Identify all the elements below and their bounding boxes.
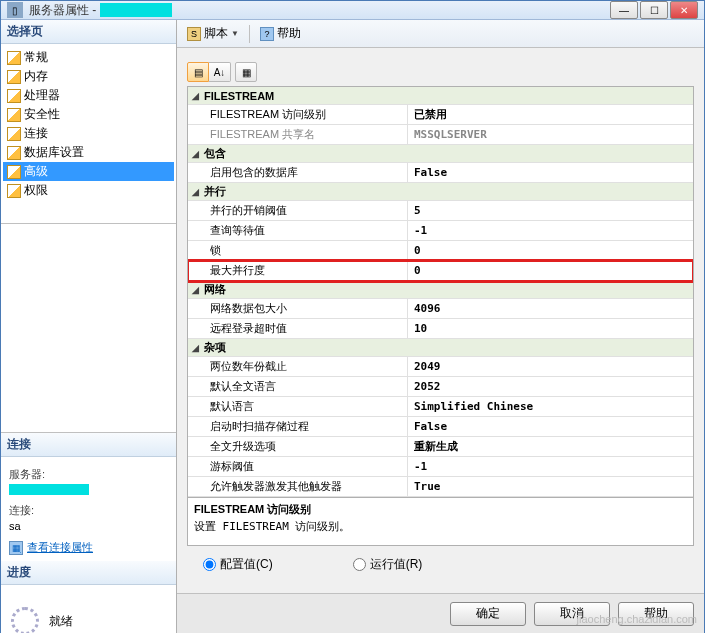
help-icon: ? xyxy=(260,27,274,41)
prop-value[interactable]: MSSQLSERVER xyxy=(408,125,693,144)
prop-value[interactable]: 10 xyxy=(408,319,693,338)
page-icon xyxy=(7,108,21,122)
categorize-button[interactable]: ▤ xyxy=(187,62,209,82)
sidebar-item-label: 常规 xyxy=(24,49,48,66)
grid-category[interactable]: ◢网络 xyxy=(188,281,693,299)
main: S 脚本 ▼ ? 帮助 ▤ A↓ ▦ xyxy=(177,20,704,633)
script-button[interactable]: S 脚本 ▼ xyxy=(183,23,243,44)
grid-row[interactable]: 锁0 xyxy=(188,241,693,261)
running-radio[interactable]: 运行值(R) xyxy=(353,556,423,573)
window-controls: — ☐ ✕ xyxy=(610,1,698,19)
cancel-button[interactable]: 取消 xyxy=(534,602,610,626)
grid-category[interactable]: ◢杂项 xyxy=(188,339,693,357)
conn-label: 连接: xyxy=(9,503,168,518)
prop-name: 远程登录超时值 xyxy=(188,319,408,338)
prop-name: 锁 xyxy=(188,241,408,260)
gear-icon xyxy=(11,607,39,633)
grid-row[interactable]: 默认语言Simplified Chinese xyxy=(188,397,693,417)
prop-value[interactable]: 0 xyxy=(408,261,693,280)
select-page-header: 选择页 xyxy=(1,20,176,44)
property-pages-button[interactable]: ▦ xyxy=(235,62,257,82)
help-footer-button[interactable]: 帮助 xyxy=(618,602,694,626)
prop-value[interactable]: 2052 xyxy=(408,377,693,396)
category-label: 包含 xyxy=(204,146,226,161)
body: 选择页 常规 内存 处理器 安全性 连接 数据库设置 高级 权限 连接 服务器:… xyxy=(1,20,704,633)
sidebar-item-connections[interactable]: 连接 xyxy=(3,124,174,143)
prop-name: 全文升级选项 xyxy=(188,437,408,456)
sidebar-item-advanced[interactable]: 高级 xyxy=(3,162,174,181)
sidebar-item-memory[interactable]: 内存 xyxy=(3,67,174,86)
prop-value[interactable]: 5 xyxy=(408,201,693,220)
prop-name: 启动时扫描存储过程 xyxy=(188,417,408,436)
description-text: 设置 FILESTREAM 访问级别。 xyxy=(194,519,687,534)
prop-value[interactable]: 2049 xyxy=(408,357,693,376)
help-button[interactable]: ? 帮助 xyxy=(256,23,305,44)
collapse-icon: ◢ xyxy=(190,148,201,159)
grid-row[interactable]: 两位数年份截止2049 xyxy=(188,357,693,377)
grid-row[interactable]: 查询等待值-1 xyxy=(188,221,693,241)
window: ▯ 服务器属性 - XXXXXXXXX — ☐ ✕ 选择页 常规 内存 处理器 … xyxy=(0,0,705,633)
grid-row[interactable]: 并行的开销阈值5 xyxy=(188,201,693,221)
connection-header: 连接 xyxy=(1,433,176,457)
view-connection-link[interactable]: ▦ 查看连接属性 xyxy=(9,540,168,555)
grid-category[interactable]: ◢并行 xyxy=(188,183,693,201)
sidebar-item-processors[interactable]: 处理器 xyxy=(3,86,174,105)
progress-status: 就绪 xyxy=(49,613,73,630)
sidebar-item-label: 数据库设置 xyxy=(24,144,84,161)
grid-row[interactable]: 游标阈值-1 xyxy=(188,457,693,477)
sidebar-item-security[interactable]: 安全性 xyxy=(3,105,174,124)
grid-row[interactable]: 最大并行度0 xyxy=(188,261,693,281)
prop-value[interactable]: 0 xyxy=(408,241,693,260)
grid-row[interactable]: FILESTREAM 访问级别已禁用 xyxy=(188,105,693,125)
alphabetical-button[interactable]: A↓ xyxy=(209,62,231,82)
sidebar-item-general[interactable]: 常规 xyxy=(3,48,174,67)
prop-value[interactable]: 已禁用 xyxy=(408,105,693,124)
grid-row[interactable]: 全文升级选项重新生成 xyxy=(188,437,693,457)
prop-value[interactable]: 重新生成 xyxy=(408,437,693,456)
prop-name: FILESTREAM 访问级别 xyxy=(188,105,408,124)
progress-body: 就绪 xyxy=(1,585,176,633)
sidebar-item-label: 安全性 xyxy=(24,106,60,123)
description-box: FILESTREAM 访问级别 设置 FILESTREAM 访问级别。 xyxy=(187,498,694,546)
grid-row[interactable]: FILESTREAM 共享名MSSQLSERVER xyxy=(188,125,693,145)
grid-row[interactable]: 默认全文语言2052 xyxy=(188,377,693,397)
sidebar-item-label: 高级 xyxy=(24,163,48,180)
maximize-button[interactable]: ☐ xyxy=(640,1,668,19)
connection-body: 服务器: 连接: sa ▦ 查看连接属性 xyxy=(1,457,176,561)
progress-header: 进度 xyxy=(1,561,176,585)
titlebar[interactable]: ▯ 服务器属性 - XXXXXXXXX — ☐ ✕ xyxy=(1,1,704,20)
app-icon: ▯ xyxy=(7,2,23,18)
prop-value[interactable]: -1 xyxy=(408,457,693,476)
prop-value[interactable]: 4096 xyxy=(408,299,693,318)
property-grid[interactable]: ◢FILESTREAMFILESTREAM 访问级别已禁用FILESTREAM … xyxy=(187,86,694,498)
ok-button[interactable]: 确定 xyxy=(450,602,526,626)
prop-value[interactable]: -1 xyxy=(408,221,693,240)
grid-category[interactable]: ◢包含 xyxy=(188,145,693,163)
configured-radio[interactable]: 配置值(C) xyxy=(203,556,273,573)
grid-row[interactable]: 启用包含的数据库False xyxy=(188,163,693,183)
conn-value: sa xyxy=(9,520,168,532)
prop-value[interactable]: True xyxy=(408,477,693,496)
grid-row[interactable]: 网络数据包大小4096 xyxy=(188,299,693,319)
page-icon xyxy=(7,70,21,84)
sidebar-item-dbsettings[interactable]: 数据库设置 xyxy=(3,143,174,162)
footer: 确定 取消 帮助 xyxy=(177,593,704,633)
prop-name: 并行的开销阈值 xyxy=(188,201,408,220)
prop-value[interactable]: False xyxy=(408,417,693,436)
prop-value[interactable]: False xyxy=(408,163,693,182)
grid-category[interactable]: ◢FILESTREAM xyxy=(188,87,693,105)
close-button[interactable]: ✕ xyxy=(670,1,698,19)
minimize-button[interactable]: — xyxy=(610,1,638,19)
page-icon xyxy=(7,89,21,103)
grid-row[interactable]: 允许触发器激发其他触发器True xyxy=(188,477,693,497)
sidebar-item-permissions[interactable]: 权限 xyxy=(3,181,174,200)
prop-value[interactable]: Simplified Chinese xyxy=(408,397,693,416)
server-label: 服务器: xyxy=(9,467,168,482)
sidebar-item-label: 连接 xyxy=(24,125,48,142)
page-icon xyxy=(7,51,21,65)
radio-row: 配置值(C) 运行值(R) xyxy=(187,546,694,583)
prop-name: 网络数据包大小 xyxy=(188,299,408,318)
grid-row[interactable]: 远程登录超时值10 xyxy=(188,319,693,339)
progress-panel: 进度 就绪 xyxy=(1,561,176,633)
grid-row[interactable]: 启动时扫描存储过程False xyxy=(188,417,693,437)
